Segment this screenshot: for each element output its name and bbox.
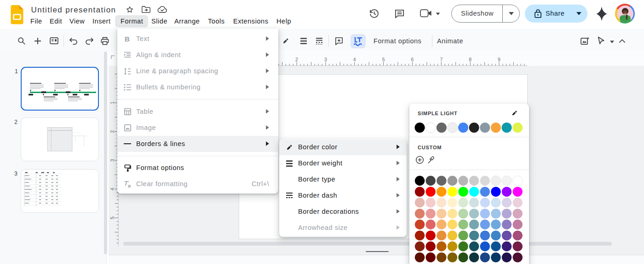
svg-text:4: 4 [353,57,356,62]
svg-text:3: 3 [324,57,327,62]
svg-text:3: 3 [109,159,115,162]
svg-text:8: 8 [469,57,472,62]
svg-text:2: 2 [109,130,115,133]
svg-text:5: 5 [382,57,385,62]
svg-text:6: 6 [411,57,414,62]
svg-text:2: 2 [295,57,298,62]
svg-text:1: 1 [109,101,115,104]
svg-text:4: 4 [109,188,115,190]
svg-text:5: 5 [109,217,115,219]
svg-text:9: 9 [498,57,500,62]
svg-text:7: 7 [440,57,443,62]
